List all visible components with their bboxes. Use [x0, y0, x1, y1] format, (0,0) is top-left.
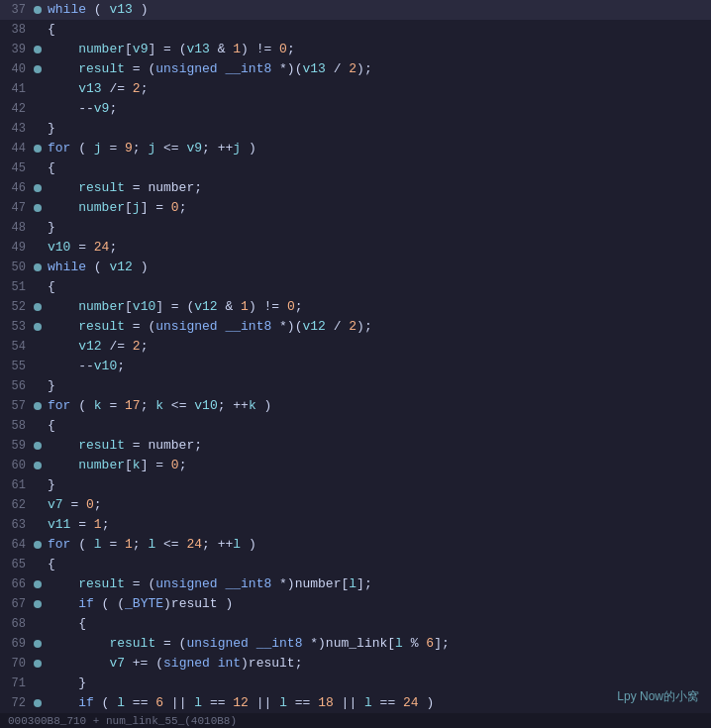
line-dot: [34, 521, 42, 529]
line-dot: [34, 224, 42, 232]
table-row: 61}: [0, 475, 711, 495]
code-content: while ( v12 ): [48, 258, 707, 277]
table-row: 68 {: [0, 614, 711, 634]
line-dot: [34, 541, 42, 549]
line-number: 57: [4, 396, 34, 416]
line-dot: [34, 26, 42, 34]
line-number: 61: [4, 475, 34, 495]
code-container: 37while ( v13 )38{39 number[v9] = (v13 &…: [0, 0, 711, 713]
code-content: {: [48, 20, 707, 40]
table-row: 59 result = number;: [0, 436, 711, 456]
line-number: 42: [4, 99, 34, 119]
code-content: result = (unsigned __int8 *)num_link[l %…: [48, 634, 707, 654]
line-number: 70: [4, 654, 34, 674]
table-row: 37while ( v13 ): [0, 0, 711, 20]
table-row: 43}: [0, 119, 711, 139]
table-row: 53 result = (unsigned __int8 *)(v12 / 2)…: [0, 317, 711, 337]
code-content: --v10;: [48, 357, 707, 376]
bottom-status: 000300B8_710 + num_link_55_(4010B8): [8, 715, 237, 727]
table-row: 47 number[j] = 0;: [0, 198, 711, 218]
table-row: 48}: [0, 218, 711, 238]
code-content: v11 = 1;: [48, 515, 707, 535]
line-number: 54: [4, 337, 34, 357]
line-dot: [34, 600, 42, 608]
line-number: 67: [4, 594, 34, 614]
line-number: 51: [4, 277, 34, 297]
line-number: 59: [4, 436, 34, 456]
code-content: {: [48, 416, 707, 436]
code-content: for ( l = 1; l <= 24; ++l ): [48, 535, 707, 555]
table-row: 55 --v10;: [0, 357, 711, 376]
line-number: 39: [4, 40, 34, 59]
code-content: }: [48, 119, 707, 139]
line-number: 50: [4, 258, 34, 277]
table-row: 42 --v9;: [0, 99, 711, 119]
line-number: 38: [4, 20, 34, 40]
line-dot: [34, 462, 42, 469]
line-number: 49: [4, 238, 34, 258]
code-content: number[j] = 0;: [48, 198, 707, 218]
line-dot: [34, 105, 42, 113]
line-dot: [34, 679, 42, 687]
line-dot: [34, 501, 42, 509]
code-content: {: [48, 277, 707, 297]
code-content: }: [48, 475, 707, 495]
table-row: 41 v13 /= 2;: [0, 79, 711, 99]
line-dot: [34, 640, 42, 648]
code-content: v10 = 24;: [48, 238, 707, 258]
table-row: 52 number[v10] = (v12 & 1) != 0;: [0, 297, 711, 317]
line-number: 58: [4, 416, 34, 436]
table-row: 66 result = (unsigned __int8 *)number[l]…: [0, 574, 711, 594]
table-row: 56}: [0, 376, 711, 396]
table-row: 38{: [0, 20, 711, 40]
table-row: 57for ( k = 17; k <= v10; ++k ): [0, 396, 711, 416]
line-number: 53: [4, 317, 34, 337]
line-number: 71: [4, 674, 34, 693]
line-dot: [34, 363, 42, 370]
line-number: 48: [4, 218, 34, 238]
code-content: result = number;: [48, 436, 707, 456]
line-number: 37: [4, 0, 34, 20]
line-dot: [34, 402, 42, 410]
code-content: v13 /= 2;: [48, 79, 707, 99]
line-dot: [34, 125, 42, 133]
line-dot: [34, 481, 42, 489]
line-number: 60: [4, 456, 34, 475]
watermark: Lpy Now的小窝: [617, 688, 699, 705]
line-number: 62: [4, 495, 34, 515]
table-row: 40 result = (unsigned __int8 *)(v13 / 2)…: [0, 59, 711, 79]
line-dot: [34, 85, 42, 93]
line-number: 45: [4, 158, 34, 178]
code-content: result = (unsigned __int8 *)(v12 / 2);: [48, 317, 707, 337]
code-content: }: [48, 218, 707, 238]
table-row: 67 if ( (_BYTE)result ): [0, 594, 711, 614]
line-number: 43: [4, 119, 34, 139]
code-content: number[v10] = (v12 & 1) != 0;: [48, 297, 707, 317]
code-content: while ( v13 ): [48, 0, 707, 20]
code-content: result = (unsigned __int8 *)(v13 / 2);: [48, 59, 707, 79]
table-row: 39 number[v9] = (v13 & 1) != 0;: [0, 40, 711, 59]
line-dot: [34, 442, 42, 450]
line-dot: [34, 323, 42, 331]
code-content: result = number;: [48, 178, 707, 198]
code-content: if ( (_BYTE)result ): [48, 594, 707, 614]
line-dot: [34, 6, 42, 14]
line-number: 64: [4, 535, 34, 555]
line-dot: [34, 382, 42, 390]
line-number: 69: [4, 634, 34, 654]
line-dot: [34, 46, 42, 53]
code-content: v7 = 0;: [48, 495, 707, 515]
table-row: 54 v12 /= 2;: [0, 337, 711, 357]
line-dot: [34, 244, 42, 252]
table-row: 72 if ( l == 6 || l == 12 || l == 18 || …: [0, 693, 711, 713]
code-content: {: [48, 158, 707, 178]
line-dot: [34, 660, 42, 668]
bottom-bar: 000300B8_710 + num_link_55_(4010B8): [0, 713, 711, 728]
table-row: 49v10 = 24;: [0, 238, 711, 258]
line-number: 63: [4, 515, 34, 535]
code-content: {: [48, 614, 707, 634]
line-dot: [34, 263, 42, 271]
table-row: 45{: [0, 158, 711, 178]
code-content: v7 += (signed int)result;: [48, 654, 707, 674]
table-row: 62v7 = 0;: [0, 495, 711, 515]
